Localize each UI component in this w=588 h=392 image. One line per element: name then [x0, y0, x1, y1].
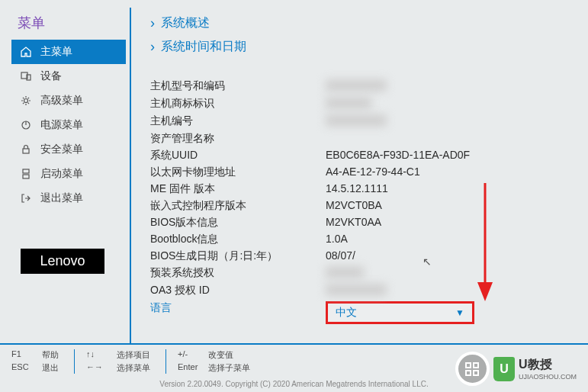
- info-value: [326, 114, 387, 129]
- info-row-host-brand: 主机商标标识: [150, 95, 569, 113]
- footer-key: ←→: [86, 362, 109, 374]
- exit-icon: [19, 191, 33, 205]
- info-row-me-fw: ME 固件 版本 14.5.12.1111: [150, 181, 569, 198]
- redacted-value: [326, 97, 371, 109]
- svg-point-2: [24, 99, 28, 103]
- lenovo-logo: Lenovo: [21, 249, 104, 274]
- sidebar-item-label: 安全菜单: [40, 143, 83, 156]
- footer-label: 选择子菜单: [208, 362, 250, 374]
- redacted-value: [326, 114, 387, 127]
- language-dropdown[interactable]: 中文 ▼: [326, 301, 474, 324]
- svg-rect-7: [23, 175, 29, 178]
- footer-section-2: ↑↓ 选择项目 ←→ 选择菜单: [86, 349, 166, 374]
- nav-link-label: 系统概述: [161, 15, 210, 31]
- info-value: 1.0A: [326, 233, 348, 246]
- nav-link-label: 系统时间和日期: [161, 39, 246, 55]
- info-label: Bootblock信息: [150, 233, 326, 246]
- sidebar-item-label: 高级菜单: [40, 94, 83, 108]
- footer-section-1: F1 帮助 ESC 退出: [11, 349, 75, 374]
- boot-icon: [19, 167, 33, 181]
- info-label: 资产管理名称: [150, 132, 326, 146]
- info-label-language: 语言: [150, 301, 326, 324]
- footer-label: 改变值: [208, 349, 233, 361]
- sidebar-item-label: 主菜单: [40, 45, 72, 59]
- settings-icon: [19, 94, 33, 108]
- info-value: M2VCT0BA: [326, 199, 382, 213]
- info-value: [326, 79, 387, 94]
- info-value: [326, 97, 371, 111]
- info-value: 14.5.12.1111: [326, 182, 388, 196]
- info-row-bios-ver: BIOS版本信息 M2VKT0AA: [150, 214, 569, 231]
- info-label: ME 固件 版本: [150, 182, 326, 196]
- footer-sub-menu: Enter 选择子菜单: [178, 362, 250, 374]
- sidebar-item-security[interactable]: 安全菜单: [11, 137, 126, 162]
- sidebar-item-advanced[interactable]: 高级菜单: [11, 88, 126, 113]
- sidebar-item-label: 电源菜单: [40, 118, 83, 132]
- info-row-asset-tag: 资产管理名称: [150, 130, 569, 147]
- sidebar-item-label: 设备: [40, 69, 62, 83]
- sidebar-item-label: 退出菜单: [40, 191, 83, 205]
- info-row-host-model: 主机型号和编码: [150, 78, 569, 95]
- svg-rect-5: [23, 149, 29, 153]
- footer-key: Enter: [178, 362, 201, 374]
- sidebar-item-devices[interactable]: 设备: [11, 64, 126, 88]
- footer-esc: ESC 退出: [11, 362, 59, 374]
- watermark-shield-icon: U: [493, 357, 515, 381]
- svg-rect-6: [23, 169, 29, 173]
- info-row-oa3: OA3 授权 ID: [150, 282, 569, 300]
- info-label: 预装系统授权: [150, 266, 326, 281]
- nav-system-overview[interactable]: 系统概述: [150, 11, 569, 35]
- redacted-value: [326, 284, 387, 296]
- info-value: EB0C6E8A-F93D-11EA-AD0F: [326, 149, 470, 162]
- lock-icon: [19, 143, 33, 156]
- info-label: 主机型号和编码: [150, 79, 326, 94]
- devices-icon: [19, 69, 33, 83]
- info-value: [326, 284, 387, 298]
- sidebar-item-power[interactable]: 电源菜单: [11, 113, 126, 137]
- info-label: 主机编号: [150, 114, 326, 129]
- info-row-bios-date: BIOS生成日期（月:日:年） 08/07/: [150, 248, 569, 265]
- nav-system-time-date[interactable]: 系统时间和日期: [150, 35, 569, 59]
- info-row-ec-fw: 嵌入式控制程序版本 M2VCT0BA: [150, 198, 569, 214]
- info-label: BIOS版本信息: [150, 216, 326, 230]
- main-panel: 系统概述 系统时间和日期 主机型号和编码 主机商标标识 主机编号 资产管理名称: [130, 8, 580, 343]
- footer-label: 选择菜单: [117, 362, 150, 374]
- info-label: 系统UUID: [150, 149, 326, 162]
- info-value: A4-AE-12-79-44-C1: [326, 165, 420, 179]
- info-row-system-uuid: 系统UUID EB0C6E8A-F93D-11EA-AD0F: [150, 147, 569, 164]
- footer-change-value: +/- 改变值: [178, 349, 250, 361]
- info-row-language: 语言 中文 ▼: [150, 300, 569, 326]
- language-value: 中文: [336, 306, 357, 320]
- home-icon: [19, 45, 33, 59]
- footer-label: 选择项目: [117, 349, 150, 361]
- footer-key: +/-: [178, 349, 201, 361]
- info-row-host-number: 主机编号: [150, 113, 569, 130]
- power-icon: [19, 118, 33, 132]
- watermark-brand: U教授: [519, 357, 577, 373]
- footer-key: ESC: [11, 362, 34, 374]
- sidebar-item-main[interactable]: 主菜单: [11, 40, 126, 64]
- sidebar-title: 菜单: [11, 8, 126, 40]
- watermark-text-group: U教授 UJIAOSHOU.COM: [519, 357, 577, 381]
- chevron-down-icon: ▼: [455, 307, 464, 318]
- sidebar-item-label: 启动菜单: [40, 167, 83, 181]
- footer-key: F1: [11, 349, 34, 361]
- sidebar-item-exit[interactable]: 退出菜单: [11, 186, 126, 210]
- info-value: M2VKT0AA: [326, 216, 381, 230]
- info-value: 08/07/: [326, 249, 355, 263]
- system-info-section: 主机型号和编码 主机商标标识 主机编号 资产管理名称 系统UUID EB0C6E…: [150, 78, 569, 326]
- redacted-value: [326, 79, 387, 92]
- info-row-preload: 预装系统授权: [150, 265, 569, 282]
- sidebar-item-boot[interactable]: 启动菜单: [11, 162, 126, 186]
- info-row-bootblock: Bootblock信息 1.0A: [150, 231, 569, 248]
- info-label: 以太网卡物理地址: [150, 165, 326, 179]
- sidebar: 菜单 主菜单 设备 高级菜单 电源菜单: [8, 8, 130, 343]
- info-label: BIOS生成日期（月:日:年）: [150, 249, 326, 263]
- info-value: [326, 266, 364, 281]
- info-label: 主机商标标识: [150, 97, 326, 111]
- watermark-site: UJIAOSHOU.COM: [519, 373, 577, 381]
- footer-f1: F1 帮助: [11, 349, 59, 361]
- info-label: 嵌入式控制程序版本: [150, 199, 326, 213]
- info-row-ethernet-mac: 以太网卡物理地址 A4-AE-12-79-44-C1: [150, 164, 569, 181]
- info-label: OA3 授权 ID: [150, 284, 326, 298]
